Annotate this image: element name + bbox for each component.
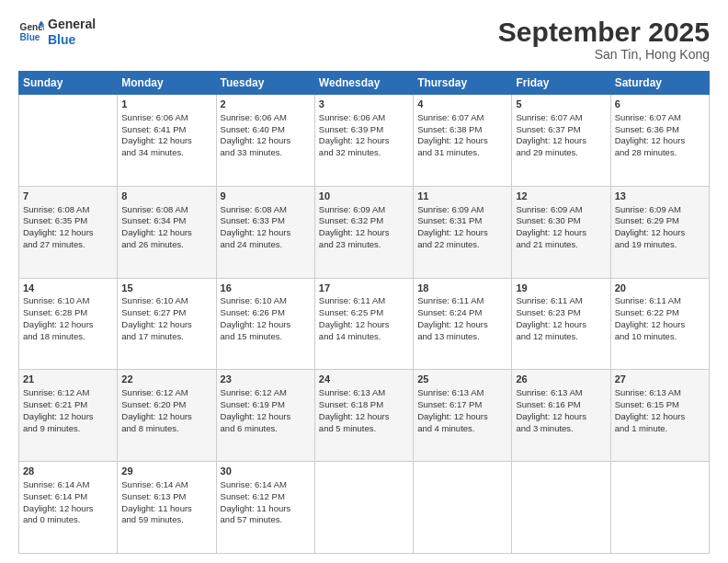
day-info-line: Daylight: 12 hours <box>516 319 586 329</box>
month-title: September 2025 <box>498 17 710 47</box>
weekday-header: Tuesday <box>216 72 314 95</box>
page: General Blue General Blue September 2025… <box>0 0 728 563</box>
day-info-line: Sunset: 6:29 PM <box>615 215 679 225</box>
weekday-header: Monday <box>118 72 216 95</box>
day-info-line: Sunrise: 6:09 AM <box>615 204 681 214</box>
calendar-cell: 21Sunrise: 6:12 AMSunset: 6:21 PMDayligh… <box>19 370 118 462</box>
calendar-cell: 12Sunrise: 6:09 AMSunset: 6:30 PMDayligh… <box>512 186 610 278</box>
calendar-cell: 7Sunrise: 6:08 AMSunset: 6:35 PMDaylight… <box>19 186 118 278</box>
day-number: 9 <box>221 190 311 203</box>
weekday-header: Friday <box>512 72 610 95</box>
day-info-line: Sunset: 6:16 PM <box>516 399 580 409</box>
day-info-line: Daylight: 12 hours <box>23 411 94 421</box>
day-info-line: and 57 minutes. <box>221 514 283 524</box>
day-info-line: and 19 minutes. <box>615 239 677 249</box>
day-info-line: Sunrise: 6:08 AM <box>23 204 89 214</box>
day-info-line: and 21 minutes. <box>516 239 578 249</box>
day-info-line: Sunrise: 6:09 AM <box>516 204 582 214</box>
day-number: 16 <box>221 282 311 295</box>
calendar-row: 14Sunrise: 6:10 AMSunset: 6:28 PMDayligh… <box>19 278 710 370</box>
day-info-line: Sunset: 6:12 PM <box>221 491 285 501</box>
day-info-line: Daylight: 11 hours <box>221 503 291 513</box>
calendar-cell: 5Sunrise: 6:07 AMSunset: 6:37 PMDaylight… <box>512 95 610 187</box>
day-info-line: Sunset: 6:28 PM <box>23 307 87 317</box>
day-info-line: and 29 minutes. <box>516 147 578 157</box>
calendar-cell <box>512 462 610 554</box>
day-info-line: Sunrise: 6:06 AM <box>121 112 188 122</box>
day-info-line: Sunrise: 6:07 AM <box>417 112 483 122</box>
weekday-header: Thursday <box>414 72 512 95</box>
day-info-line: Daylight: 12 hours <box>615 411 686 421</box>
day-info-line: Sunrise: 6:14 AM <box>221 479 287 489</box>
calendar-row: 1Sunrise: 6:06 AMSunset: 6:41 PMDaylight… <box>19 95 710 187</box>
calendar-cell <box>414 462 512 554</box>
day-number: 25 <box>417 373 507 386</box>
day-info-line: and 27 minutes. <box>23 239 85 249</box>
day-info-line: Sunrise: 6:09 AM <box>319 204 385 214</box>
calendar-cell: 8Sunrise: 6:08 AMSunset: 6:34 PMDaylight… <box>118 186 216 278</box>
day-info-line: Sunset: 6:24 PM <box>417 307 482 317</box>
day-info-line: Daylight: 11 hours <box>121 503 192 513</box>
day-info-line: Sunset: 6:15 PM <box>615 399 679 409</box>
day-info-line: Sunrise: 6:08 AM <box>121 204 188 214</box>
day-number: 28 <box>23 465 113 478</box>
day-number: 15 <box>121 282 211 295</box>
calendar-cell: 14Sunrise: 6:10 AMSunset: 6:28 PMDayligh… <box>19 278 118 370</box>
day-info-line: Daylight: 12 hours <box>516 411 586 421</box>
day-number: 27 <box>615 373 705 386</box>
day-info-line: Sunrise: 6:12 AM <box>23 387 89 397</box>
day-info-line: Sunrise: 6:14 AM <box>23 479 89 489</box>
day-info-line: Sunrise: 6:12 AM <box>121 387 188 397</box>
calendar-cell <box>314 462 413 554</box>
day-info-line: and 3 minutes. <box>516 423 573 433</box>
calendar-cell: 22Sunrise: 6:12 AMSunset: 6:20 PMDayligh… <box>118 370 216 462</box>
calendar-cell: 1Sunrise: 6:06 AMSunset: 6:41 PMDaylight… <box>118 95 216 187</box>
weekday-header: Saturday <box>610 72 709 95</box>
day-number: 11 <box>417 190 507 203</box>
day-number: 12 <box>516 190 606 203</box>
day-info-line: Sunset: 6:19 PM <box>221 399 285 409</box>
calendar-cell: 23Sunrise: 6:12 AMSunset: 6:19 PMDayligh… <box>216 370 314 462</box>
day-info-line: Daylight: 12 hours <box>23 319 94 329</box>
day-info-line: Daylight: 12 hours <box>121 135 192 145</box>
calendar-cell: 10Sunrise: 6:09 AMSunset: 6:32 PMDayligh… <box>314 186 413 278</box>
day-info-line: and 22 minutes. <box>417 239 480 249</box>
day-info-line: Sunset: 6:34 PM <box>121 215 186 225</box>
calendar-cell: 11Sunrise: 6:09 AMSunset: 6:31 PMDayligh… <box>414 186 512 278</box>
logo-general: General <box>48 17 96 32</box>
day-number: 3 <box>319 98 409 111</box>
day-info-line: and 0 minutes. <box>23 514 80 524</box>
day-info-line: and 26 minutes. <box>121 239 184 249</box>
day-info-line: Sunrise: 6:14 AM <box>121 479 188 489</box>
calendar-cell: 30Sunrise: 6:14 AMSunset: 6:12 PMDayligh… <box>216 462 314 554</box>
day-info-line: and 14 minutes. <box>319 331 381 341</box>
calendar-cell: 17Sunrise: 6:11 AMSunset: 6:25 PMDayligh… <box>314 278 413 370</box>
day-info-line: and 31 minutes. <box>417 147 480 157</box>
calendar-cell <box>610 462 709 554</box>
day-info-line: Daylight: 12 hours <box>121 227 192 237</box>
day-info-line: Daylight: 12 hours <box>23 503 94 513</box>
day-number: 5 <box>516 98 606 111</box>
day-info-line: and 28 minutes. <box>615 147 677 157</box>
day-info-line: Sunset: 6:41 PM <box>121 124 186 134</box>
day-info-line: Sunset: 6:25 PM <box>319 307 383 317</box>
day-number: 13 <box>615 190 705 203</box>
day-info-line: Daylight: 12 hours <box>417 411 488 421</box>
calendar-cell: 18Sunrise: 6:11 AMSunset: 6:24 PMDayligh… <box>414 278 512 370</box>
day-info-line: and 13 minutes. <box>417 331 480 341</box>
day-info-line: Daylight: 12 hours <box>516 227 586 237</box>
day-info-line: Sunset: 6:39 PM <box>319 124 383 134</box>
day-info-line: and 1 minute. <box>615 423 668 433</box>
day-number: 19 <box>516 282 606 295</box>
day-info-line: Sunrise: 6:11 AM <box>615 295 681 305</box>
day-info-line: Sunrise: 6:13 AM <box>319 387 385 397</box>
calendar-row: 28Sunrise: 6:14 AMSunset: 6:14 PMDayligh… <box>19 462 710 554</box>
day-info-line: Daylight: 12 hours <box>121 411 192 421</box>
day-info-line: Daylight: 12 hours <box>121 319 192 329</box>
calendar-cell: 9Sunrise: 6:08 AMSunset: 6:33 PMDaylight… <box>216 186 314 278</box>
day-info-line: Sunrise: 6:09 AM <box>417 204 483 214</box>
day-number: 2 <box>221 98 311 111</box>
day-number: 30 <box>221 465 311 478</box>
day-info-line: Sunset: 6:23 PM <box>516 307 580 317</box>
day-number: 1 <box>121 98 211 111</box>
